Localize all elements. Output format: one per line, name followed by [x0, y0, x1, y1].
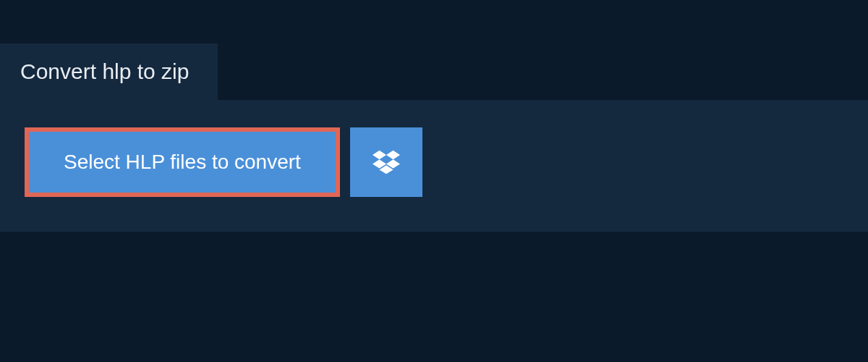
button-row: Select HLP files to convert [25, 127, 843, 197]
dropbox-icon [373, 150, 400, 174]
page-title: Convert hlp to zip [20, 59, 189, 83]
conversion-panel: Select HLP files to convert [0, 100, 868, 232]
dropbox-button[interactable] [350, 127, 422, 197]
tab-header: Convert hlp to zip [0, 43, 218, 100]
select-files-button[interactable]: Select HLP files to convert [25, 127, 340, 197]
select-files-label: Select HLP files to convert [64, 151, 301, 174]
